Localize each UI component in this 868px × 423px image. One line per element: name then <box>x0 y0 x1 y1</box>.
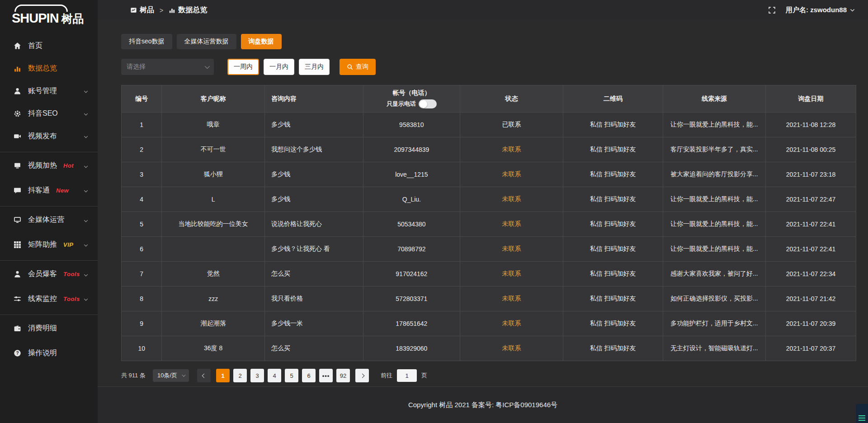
cell-qrcode-link[interactable]: 私信 扫码加好友 <box>563 311 663 336</box>
sidebar-menu-item[interactable]: 抖客通 New <box>0 179 98 202</box>
sidebar-menu-item[interactable]: 首页 <box>0 34 98 57</box>
topbar: 树品 > 数据总览 用户名: zswodun88 <box>98 0 868 20</box>
cell-source-link[interactable]: 无主灯设计，智能磁吸轨道灯... <box>663 336 766 361</box>
cell-account: 917024162 <box>363 262 460 287</box>
sidebar-item-label: 视频加热 <box>28 161 57 170</box>
cell-date: 2021-11-07 22:41 <box>766 237 856 262</box>
chevron-down-icon <box>182 373 185 376</box>
breadcrumb-item[interactable]: > 数据总览 <box>154 5 207 15</box>
sidebar-menu-item[interactable]: 消费明细 <box>0 315 98 342</box>
filter-select[interactable]: 请选择 <box>121 59 214 75</box>
chevron-down-icon <box>83 272 89 277</box>
cell-qrcode-link[interactable]: 私信 扫码加好友 <box>563 187 663 212</box>
col-header-no: 编号 <box>122 85 162 113</box>
sidebar: SHUPIN 树品 首页 数据总览 <box>0 0 98 423</box>
sidebar-item-badge: Tools <box>63 296 80 302</box>
period-button[interactable]: 一周内 <box>227 59 259 75</box>
page-number-button[interactable]: 4 <box>268 369 281 382</box>
cell-source-link[interactable]: 让你一眼就爱上的黑科技，能... <box>663 237 766 262</box>
page-number-button[interactable]: ••• <box>319 369 333 382</box>
inquiry-table: 编号 客户昵称 咨询内容 帐号（电话） 只显示电话 <box>121 85 856 361</box>
page-number-button[interactable]: 2 <box>233 369 247 382</box>
sidebar-menu-item[interactable]: 数据总览 <box>0 57 98 80</box>
cell-no: 6 <box>122 237 162 262</box>
sidebar-item-label: 视频发布 <box>28 132 57 141</box>
cell-source-link[interactable]: 感谢大家喜欢我家，被问了好... <box>663 262 766 287</box>
cell-nickname: 36度 8 <box>162 336 265 361</box>
cell-qrcode-link[interactable]: 私信 扫码加好友 <box>563 237 663 262</box>
sidebar-menu-item[interactable]: 视频加热 Hot <box>0 152 98 179</box>
cell-nickname <box>162 237 265 262</box>
cell-source-link[interactable]: 被大家追着问的客厅投影分享... <box>663 162 766 187</box>
sidebar-menu-item[interactable]: 视频发布 <box>0 125 98 147</box>
cell-qrcode-link[interactable]: 私信 扫码加好友 <box>563 212 663 237</box>
sidebar-item-label: 数据总览 <box>28 64 57 73</box>
cell-date: 2021-11-07 22:47 <box>766 187 856 212</box>
period-button[interactable]: 三月内 <box>299 59 330 75</box>
sidebar-item-label: 首页 <box>28 41 42 51</box>
cell-no: 7 <box>122 262 162 287</box>
sidebar-item-badge: New <box>56 187 69 194</box>
cell-content: 怎么买 <box>264 336 363 361</box>
cell-content: 多少钱 <box>264 162 363 187</box>
sidebar-menu-item[interactable]: 会员爆客 Tools <box>0 260 98 287</box>
copyright-label: Copyright 树品 2021 备案号: 粤ICP备09019646号 <box>408 401 557 409</box>
main-column: 树品 > 数据总览 用户名: zswodun88 <box>98 0 868 423</box>
period-button[interactable]: 一月内 <box>264 59 294 75</box>
breadcrumb-item[interactable]: 树品 <box>130 5 154 15</box>
chevron-down-icon <box>83 133 89 139</box>
sidebar-menu-item[interactable]: 线索监控 Tools <box>0 287 98 310</box>
cell-qrcode-link[interactable]: 私信 扫码加好友 <box>563 287 663 311</box>
cell-nickname: 狐小狸 <box>162 162 265 187</box>
table-header-row: 编号 客户昵称 咨询内容 帐号（电话） 只显示电话 <box>122 85 856 113</box>
cell-qrcode-link[interactable]: 私信 扫码加好友 <box>563 137 663 162</box>
page-number-button[interactable]: 92 <box>336 369 350 382</box>
goto-page-input[interactable] <box>397 369 417 382</box>
fullscreen-icon[interactable] <box>768 6 776 14</box>
sidebar-menu-item[interactable]: 矩阵助推 VIP <box>0 233 98 256</box>
cell-source-link[interactable]: 多功能护栏灯，适用于乡村文... <box>663 311 766 336</box>
cell-content: 多少钱 <box>264 187 363 212</box>
cell-qrcode-link[interactable]: 私信 扫码加好友 <box>563 262 663 287</box>
chat-widget[interactable] <box>856 404 868 423</box>
query-button[interactable]: 查询 <box>340 59 376 75</box>
cell-source-link[interactable]: 让你一眼就爱上的黑科技，能... <box>663 187 766 212</box>
cell-qrcode-link[interactable]: 私信 扫码加好友 <box>563 162 663 187</box>
sidebar-menu-item[interactable]: 抖音SEO <box>0 102 98 125</box>
next-page-button[interactable] <box>355 369 369 382</box>
prev-page-button[interactable] <box>197 369 211 382</box>
cell-qrcode-link[interactable]: 私信 扫码加好友 <box>563 113 663 137</box>
cell-account: 9583810 <box>363 113 460 137</box>
page-number-button[interactable]: 6 <box>302 369 316 382</box>
sidebar-menu-item[interactable]: 账号管理 <box>0 80 98 102</box>
cell-source-link[interactable]: 让你一眼就爱上的黑科技，能... <box>663 212 766 237</box>
page-number-button[interactable]: 5 <box>285 369 298 382</box>
cell-nickname: 不可一世 <box>162 137 265 162</box>
user-menu[interactable]: 用户名: zswodun88 <box>786 6 855 14</box>
col-header-qrcode: 二维码 <box>563 85 663 113</box>
gear-icon <box>14 110 21 118</box>
tab-button[interactable]: 询盘数据 <box>241 34 282 49</box>
chevron-down-icon <box>83 242 89 247</box>
tab-button[interactable]: 抖音seo数据 <box>121 34 172 49</box>
cell-source-link[interactable]: 如何正确选择投影仪，买投影... <box>663 287 766 311</box>
tab-button[interactable]: 全媒体运营数据 <box>177 34 236 49</box>
only-phone-toggle[interactable] <box>419 99 437 108</box>
cell-qrcode-link[interactable]: 私信 扫码加好友 <box>563 336 663 361</box>
search-icon <box>347 64 353 70</box>
chat-icon <box>14 187 21 194</box>
page-size-select[interactable]: 10条/页 <box>153 369 189 382</box>
cell-source-link[interactable]: 让你一眼就爱上的黑科技，能... <box>663 113 766 137</box>
col-header-date: 询盘日期 <box>766 85 856 113</box>
cell-status: 未联系 <box>460 336 563 361</box>
sidebar-menu-item[interactable]: ? 操作说明 <box>0 342 98 364</box>
page-number-button[interactable]: 1 <box>216 369 230 382</box>
breadcrumb-label: 树品 <box>140 5 154 15</box>
bar-chart-icon <box>169 7 175 14</box>
toggle-knob <box>420 100 427 108</box>
sidebar-item-label: 抖音SEO <box>28 109 58 118</box>
cell-nickname: 哦章 <box>162 113 265 137</box>
sidebar-menu-item[interactable]: 全媒体运营 <box>0 206 98 233</box>
cell-source-link[interactable]: 客厅安装投影半年多了，真实... <box>663 137 766 162</box>
page-number-button[interactable]: 3 <box>250 369 264 382</box>
